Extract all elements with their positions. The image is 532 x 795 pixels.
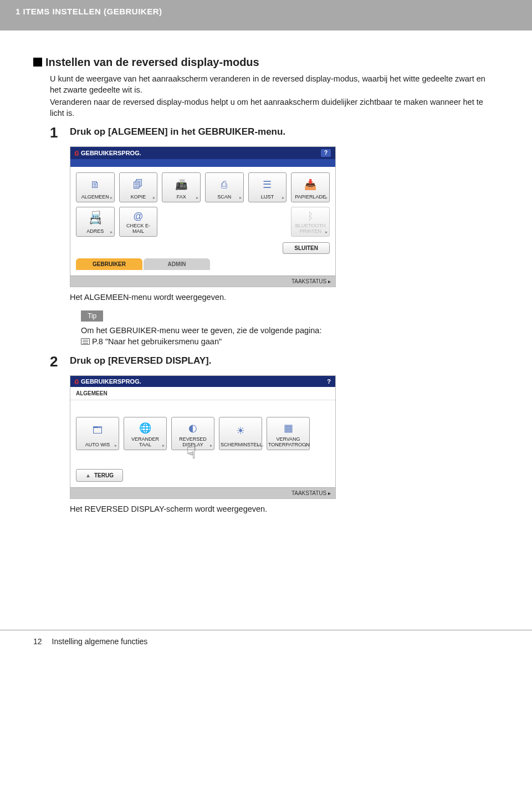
chevron-right-icon: ▸ [325,230,328,235]
adres-button[interactable]: 📇ADRES▸ [76,207,115,237]
step-2: 2 Druk op [REVERSED DISPLAY]. ⎙GEBRUIKER… [50,353,499,513]
scan-button[interactable]: ⎙SCAN▸ [205,172,244,202]
step-1-number: 1 [50,124,63,348]
screenshot-2-title: ⎙GEBRUIKERSPROG. [75,378,141,385]
app-icon: ⎙ [75,378,79,385]
bluetooth-icon: ᛒ [293,210,328,223]
section-title: 1 ITEMS INSTELLEN (GEBRUIKER) [16,7,516,16]
chevron-right-icon: ▸ [110,195,112,200]
papierlade-button[interactable]: 📥PAPIERLADE▸ [291,172,330,202]
screenshot-1: ⎙GEBRUIKERSPROG. ? 🗎ALGEMEEN▸ 🗐KOPIE▸ 📠F… [70,142,336,287]
chevron-right-icon: ▸ [258,443,260,448]
screenshot-2-statusbar: TAAKSTATUS ▸ [70,487,335,498]
page-header: 1 ITEMS INSTELLEN (GEBRUIKER) [0,0,532,30]
screenshot-2-content: 🗔AUTO WIS▸ 🌐VERANDER TAAL▸ ◐REVERSED DIS… [70,400,335,487]
screenshot-2: ⎙GEBRUIKERSPROG. ? ALGEMEEN 🗔AUTO WIS▸ 🌐… [70,371,336,499]
step-2-number: 2 [50,353,63,513]
step-1-body: Druk op [ALGEMEEN] in het GEBRUIKER-menu… [70,124,499,348]
chevron-right-icon: ▸ [305,443,308,448]
chevron-right-icon: ▸ [196,195,198,200]
tip-block: Tip Om het GEBRUIKER-menu weer te geven,… [81,302,499,348]
chevron-right-icon: ▸ [115,443,117,448]
user-admin-tabs: GEBRUIKER ADMIN [76,258,330,270]
heading-text: Instellen van de reversed display-modus [45,56,259,68]
algemeen-button-row: 🗔AUTO WIS▸ 🌐VERANDER TAAL▸ ◐REVERSED DIS… [76,417,330,450]
bluetooth-printen-button: ᛒBLUETOOTH PRINTEN▸ [291,207,330,237]
fax-icon: 📠 [163,175,199,194]
sluiten-button[interactable]: SLUITEN [283,242,330,254]
app-icon: ⎙ [75,150,79,156]
address-icon: 📇 [78,210,113,228]
footer-title: Instelling algemene functies [52,637,148,646]
step-2-caption: Het REVERSED DISPLAY-scherm wordt weerge… [70,504,499,513]
brightness-icon: ☀ [221,420,260,442]
list-icon: ☰ [250,175,285,194]
breadcrumb: ALGEMEEN [70,387,335,400]
copy-icon: 🗐 [121,175,156,194]
auto-wis-button[interactable]: 🗔AUTO WIS▸ [76,417,119,450]
page-footer: 12 Instelling algemene functies [0,630,532,657]
button-grid-row-2: 📇ADRES▸ @CHECK E-MAIL ᛒBLUETOOTH PRINTEN… [76,207,330,237]
tip-badge: Tip [81,310,103,322]
chevron-right-icon: ▸ [325,195,328,200]
screenshot-2-titlebar: ⎙GEBRUIKERSPROG. ? [70,376,335,387]
verander-taal-button[interactable]: 🌐VERANDER TAAL▸ [124,417,167,450]
screenshot-1-titlebar: ⎙GEBRUIKERSPROG. ? [70,147,335,159]
book-icon [81,338,90,345]
step-1: 1 Druk op [ALGEMEEN] in het GEBRUIKER-me… [50,124,499,348]
chevron-right-icon: ▸ [328,278,331,284]
tab-admin[interactable]: ADMIN [144,258,210,270]
chevron-right-icon: ▸ [239,195,242,200]
button-grid-row-1: 🗎ALGEMEEN▸ 🗐KOPIE▸ 📠FAX▸ ⎙SCAN▸ ☰LIJST▸ … [76,172,330,202]
lijst-button[interactable]: ☰LIJST▸ [248,172,287,202]
taakstatus-button[interactable]: TAAKSTATUS ▸ [291,278,331,284]
chevron-right-icon: ▸ [162,443,165,448]
scherminstell-button[interactable]: ☀SCHERMINSTELL.▸ [219,417,262,450]
arrow-up-icon: ▲ [85,472,91,478]
back-row: ▲TERUG [76,450,330,482]
reversed-display-button[interactable]: ◐REVERSED DISPLAY▸ [171,417,214,450]
contrast-icon: ◐ [173,420,213,436]
taakstatus-button[interactable]: TAAKSTATUS ▸ [291,490,331,496]
toner-icon: ▦ [268,420,308,436]
section-heading: Instellen van de reversed display-modus [33,56,499,69]
scan-icon: ⎙ [207,175,242,194]
screenshot-1-title: ⎙GEBRUIKERSPROG. [75,150,141,156]
algemeen-button[interactable]: 🗎ALGEMEEN▸ [76,172,115,202]
heading-bullet-icon [33,58,42,67]
screenshot-1-statusbar: TAAKSTATUS ▸ [70,276,335,287]
kopie-button[interactable]: 🗐KOPIE▸ [119,172,158,202]
tip-reference: P.8 "Naar het gebruikersmenu gaan" [81,336,499,347]
help-button[interactable]: ? [321,149,331,157]
fax-button[interactable]: 📠FAX▸ [162,172,201,202]
tab-gebruiker[interactable]: GEBRUIKER [76,258,142,270]
step-2-title: Druk op [REVERSED DISPLAY]. [70,355,499,366]
tray-icon: 📥 [293,175,328,194]
step-1-title: Druk op [ALGEMEEN] in het GEBRUIKER-menu… [70,126,499,137]
tip-ref-text: P.8 "Naar het gebruikersmenu gaan" [92,337,222,346]
help-button[interactable]: ? [327,378,331,385]
check-email-button[interactable]: @CHECK E-MAIL [119,207,158,237]
page-body: Instellen van de reversed display-modus … [0,56,532,513]
chevron-right-icon: ▸ [153,195,155,200]
page-number: 12 [33,637,42,646]
intro-paragraph-1: U kunt de weergave van het aanraakscherm… [50,73,499,95]
chevron-right-icon: ▸ [328,490,331,496]
step-1-caption: Het ALGEMEEN-menu wordt weergegeven. [70,293,499,302]
tip-line-1: Om het GEBRUIKER-menu weer te geven, zie… [81,325,499,336]
screenshot-1-tabband [70,159,335,167]
email-icon: @ [121,210,156,223]
clear-icon: 🗔 [78,420,117,442]
close-row: SLUITEN [76,242,330,254]
globe-icon: 🌐 [125,420,165,436]
intro-paragraph-2: Veranderen naar de reversed display-modu… [50,96,499,119]
chevron-right-icon: ▸ [110,230,112,235]
vervang-tonerpatroon-button[interactable]: ▦VERVANG TONERPATROON▸ [267,417,310,450]
chevron-right-icon: ▸ [210,443,212,448]
document-icon: 🗎 [78,175,113,194]
terug-button[interactable]: ▲TERUG [76,469,123,482]
screenshot-1-content: 🗎ALGEMEEN▸ 🗐KOPIE▸ 📠FAX▸ ⎙SCAN▸ ☰LIJST▸ … [70,167,335,276]
chevron-right-icon: ▸ [282,195,284,200]
step-2-body: Druk op [REVERSED DISPLAY]. ⎙GEBRUIKERSP… [70,353,499,513]
